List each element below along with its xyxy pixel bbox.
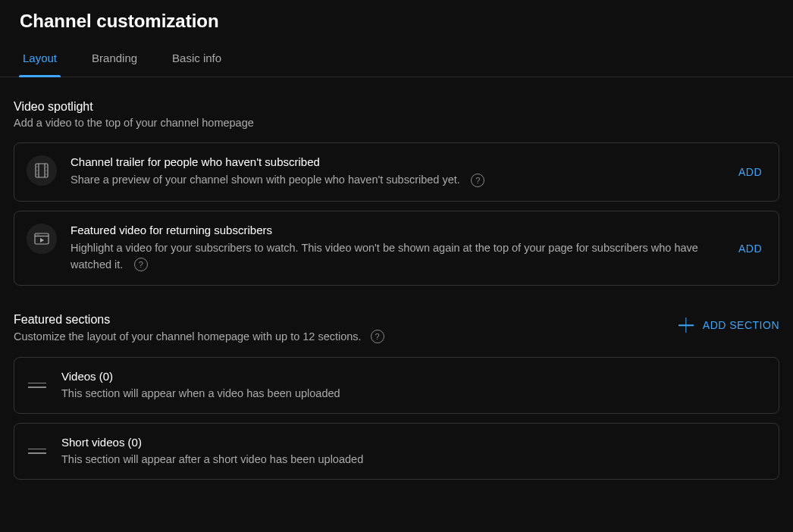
section-item-description: This section will appear when a video ha…	[61, 387, 765, 399]
featured-video-card: Featured video for returning subscribers…	[14, 211, 779, 286]
section-card-videos: Videos (0) This section will appear when…	[14, 357, 779, 414]
section-card-short-videos: Short videos (0) This section will appea…	[14, 423, 779, 480]
plus-icon	[679, 318, 694, 333]
featured-sections-block: Featured sections Customize the layout o…	[14, 313, 779, 480]
channel-trailer-body: Channel trailer for people who haven't s…	[71, 155, 722, 189]
help-icon[interactable]: ?	[471, 174, 484, 187]
featured-video-description: Highlight a video for your subscribers t…	[71, 242, 698, 271]
drag-handle-icon[interactable]	[28, 442, 46, 460]
tabs-bar: Layout Branding Basic info	[0, 32, 793, 77]
add-section-label: ADD SECTION	[703, 319, 779, 331]
channel-trailer-card: Channel trailer for people who haven't s…	[14, 142, 779, 202]
featured-sections-title: Featured sections	[14, 313, 384, 327]
svg-point-6	[45, 166, 46, 167]
page-title: Channel customization	[0, 0, 793, 32]
film-strip-icon	[27, 155, 57, 186]
tab-basic-info[interactable]: Basic info	[172, 52, 221, 77]
featured-video-title: Featured video for returning subscribers	[71, 224, 722, 236]
drag-handle-icon[interactable]	[28, 376, 46, 394]
svg-marker-13	[40, 238, 44, 243]
svg-point-8	[45, 174, 46, 174]
channel-trailer-description: Share a preview of your channel shown wi…	[71, 174, 460, 186]
svg-point-11	[37, 234, 38, 235]
svg-point-7	[45, 170, 46, 171]
help-icon[interactable]: ?	[371, 330, 384, 343]
svg-point-5	[36, 174, 37, 174]
tab-layout[interactable]: Layout	[23, 52, 57, 77]
svg-point-12	[39, 234, 39, 235]
video-spotlight-description: Add a video to the top of your channel h…	[14, 117, 779, 129]
section-item-description: This section will appear after a short v…	[61, 453, 765, 465]
featured-sections-description: Customize the layout of your channel hom…	[14, 330, 362, 343]
video-spotlight-title: Video spotlight	[14, 100, 779, 114]
video-spotlight-section: Video spotlight Add a video to the top o…	[14, 100, 779, 286]
help-icon[interactable]: ?	[134, 258, 148, 271]
featured-video-body: Featured video for returning subscribers…	[71, 224, 722, 274]
svg-point-3	[36, 166, 37, 167]
content-region: Video spotlight Add a video to the top o…	[0, 77, 793, 480]
svg-point-4	[36, 170, 37, 171]
section-item-title: Short videos (0)	[61, 436, 765, 449]
featured-video-icon	[27, 224, 57, 254]
add-featured-video-button[interactable]: ADD	[735, 236, 765, 261]
section-item-title: Videos (0)	[61, 370, 765, 383]
tab-branding[interactable]: Branding	[92, 52, 137, 77]
channel-trailer-title: Channel trailer for people who haven't s…	[71, 155, 722, 168]
add-section-button[interactable]: ADD SECTION	[679, 313, 779, 333]
add-trailer-button[interactable]: ADD	[735, 160, 765, 184]
